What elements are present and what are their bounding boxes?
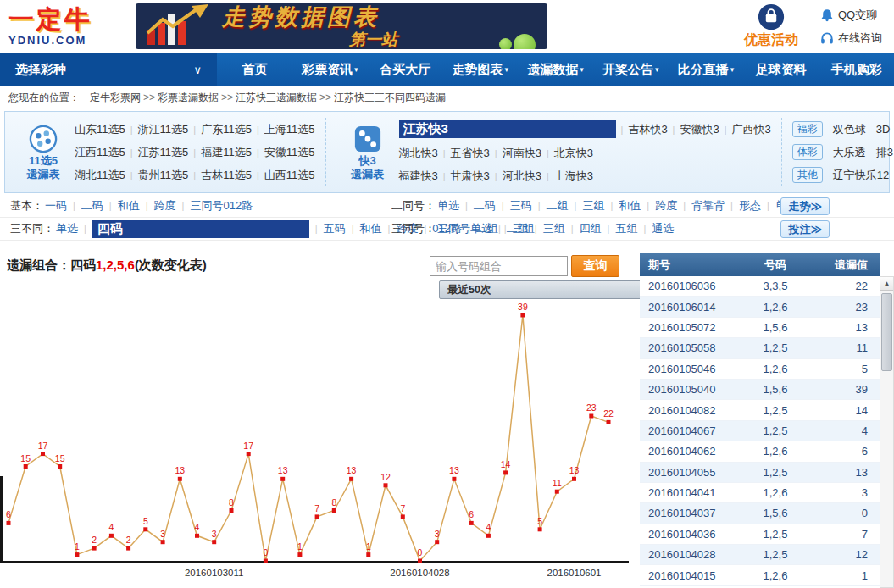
lottery-link-辽宁快乐12[interactable]: 辽宁快乐12 <box>833 168 889 183</box>
scroll-up-icon[interactable]: ▲ <box>880 277 893 291</box>
lottery-link-上海11选5[interactable]: 上海11选5 <box>264 122 315 137</box>
nav-item-走势图表[interactable]: 走势图表▾ <box>442 53 518 86</box>
filter-link-二组[interactable]: 二组 <box>547 198 569 214</box>
lottery-link-上海快3[interactable]: 上海快3 <box>554 169 593 184</box>
lottery-link-山东11选5[interactable]: 山东11选5 <box>75 122 125 137</box>
lottery-link-五省快3[interactable]: 五省快3 <box>451 146 490 161</box>
breadcrumb-link[interactable]: 江苏快三三不同四码遗漏 <box>334 92 446 103</box>
promo-label: 优惠活动 <box>744 31 798 49</box>
chart-arrow-icon <box>144 4 212 48</box>
nav-item-首页[interactable]: 首页 <box>217 53 292 86</box>
filter-link-单选[interactable]: 单选 <box>56 221 78 236</box>
lottery-link-吉林快3[interactable]: 吉林快3 <box>628 122 667 137</box>
nav-item-彩票资讯[interactable]: 彩票资讯▾ <box>292 53 368 86</box>
lottery-link-福建快3[interactable]: 福建快3 <box>399 169 438 184</box>
filter-link-四码[interactable]: 四码 <box>92 220 309 238</box>
filter-link-跨度[interactable]: 跨度 <box>154 198 176 214</box>
lottery-link-江苏11选5[interactable]: 江苏11选5 <box>138 145 189 160</box>
lottery-link-浙江11选5[interactable]: 浙江11选5 <box>138 122 189 137</box>
title-prefix: 遗漏组合：四码 <box>7 258 96 272</box>
filter-link-五组[interactable]: 五组 <box>615 221 637 236</box>
numbers-cell: 1,2,6 <box>735 363 816 375</box>
breadcrumb-link[interactable]: 彩票遗漏数据 <box>158 92 219 103</box>
basic-label: 基本： <box>10 198 43 214</box>
filter-link-跨度[interactable]: 跨度 <box>655 198 677 214</box>
online-service-link[interactable]: 在线咨询 <box>820 31 882 46</box>
logo[interactable]: 一定牛 YDNIU.COM <box>0 7 136 46</box>
filter-link-三组[interactable]: 三组 <box>543 221 565 236</box>
logo-domain: YDNIU.COM <box>8 35 136 46</box>
bet-button[interactable]: 投注≫ <box>780 220 830 238</box>
number-combo-input[interactable] <box>430 256 568 276</box>
filter-link-和值[interactable]: 和值 <box>118 198 140 214</box>
scroll-thumb[interactable] <box>881 293 892 371</box>
lottery-link-安徽11选5[interactable]: 安徽11选5 <box>264 145 315 160</box>
nav-item-开奖公告[interactable]: 开奖公告▾ <box>593 53 669 86</box>
filter-link-通选[interactable]: 通选 <box>652 221 674 236</box>
separator: | <box>193 125 196 135</box>
filter-link-二码[interactable]: 二码 <box>81 198 103 214</box>
filter-link-形态[interactable]: 形态 <box>739 198 761 214</box>
breadcrumb-link[interactable]: 江苏快三遗漏数据 <box>236 92 317 103</box>
omission-table: 期号号码遗漏值 201601060363,3,522201601060141,2… <box>640 241 894 588</box>
lottery-link-江西11选5[interactable]: 江西11选5 <box>75 145 125 160</box>
lottery-link-江苏快3[interactable]: 江苏快3 <box>399 120 616 138</box>
online-service-label: 在线咨询 <box>838 31 882 46</box>
chart-section: 遗漏组合：四码1,2,5,6(次数变化表) 查询 最近50次最近150次最近30… <box>0 241 640 588</box>
chevron-down-icon: ▾ <box>504 65 508 74</box>
filter-link-背靠背[interactable]: 背靠背 <box>691 198 725 214</box>
promo-banner[interactable]: 走势数据图表 第一站 <box>136 3 547 49</box>
lottery-link-河北快3[interactable]: 河北快3 <box>503 169 541 184</box>
promo-activity-link[interactable]: 优惠活动 <box>744 3 798 49</box>
lottery-link-北京快3[interactable]: 北京快3 <box>554 146 593 161</box>
filter-link-和值[interactable]: 和值 <box>619 198 641 214</box>
trend-button[interactable]: 走势≫ <box>780 197 830 215</box>
shopping-bag-icon <box>758 3 785 31</box>
svg-text:2016010601: 2016010601 <box>547 568 602 578</box>
nav-item-合买大厅[interactable]: 合买大厅 <box>368 53 443 86</box>
miss-cell: 6 <box>816 445 880 458</box>
lottery-link-湖北11选5[interactable]: 湖北11选5 <box>75 168 125 183</box>
filter-link-一码[interactable]: 一码 <box>45 198 67 214</box>
lottery-link-甘肃快3[interactable]: 甘肃快3 <box>451 169 490 184</box>
lottery-link-福建11选5[interactable]: 福建11选5 <box>201 145 252 160</box>
lottery-select[interactable]: 选择彩种 ∨ <box>0 53 217 86</box>
nav-item-足球资料[interactable]: 足球资料 <box>743 53 819 86</box>
lottery-link-大乐透[interactable]: 大乐透 <box>833 145 866 160</box>
filter-link-和值[interactable]: 和值 <box>360 221 382 236</box>
lottery-link-广西快3[interactable]: 广西快3 <box>732 122 771 137</box>
nav-item-遗漏数据[interactable]: 遗漏数据▾ <box>518 53 593 86</box>
lottery-link-河南快3[interactable]: 河南快3 <box>503 146 541 161</box>
breadcrumb-link[interactable]: 一定牛彩票网 <box>80 92 141 103</box>
filter-link-二码[interactable]: 二码 <box>474 198 496 214</box>
nav-item-手机购彩[interactable]: 手机购彩 <box>819 53 894 86</box>
query-button[interactable]: 查询 <box>571 255 619 277</box>
lottery-link-山西11选5[interactable]: 山西11选5 <box>264 168 315 183</box>
filter-link-二组[interactable]: 二组 <box>507 221 529 236</box>
svg-text:2: 2 <box>126 535 131 545</box>
lottery-link-吉林11选5[interactable]: 吉林11选5 <box>201 168 252 183</box>
qq-chat-link[interactable]: QQ交聊 <box>820 8 882 23</box>
svg-text:5: 5 <box>143 516 148 526</box>
filter-link-四组[interactable]: 四组 <box>580 221 602 236</box>
lottery-link-广东11选5[interactable]: 广东11选5 <box>201 122 252 137</box>
lottery-link-3D[interactable]: 3D <box>876 123 891 136</box>
lottery-link-湖北快3[interactable]: 湖北快3 <box>399 146 438 161</box>
separator: | <box>73 201 75 211</box>
filter-link-单选[interactable]: 单选 <box>437 198 459 214</box>
svg-text:23: 23 <box>586 402 597 413</box>
scrollbar[interactable]: ▲ <box>880 276 894 588</box>
filter-link-三组[interactable]: 三组 <box>582 198 604 214</box>
filter-link-三码[interactable]: 三码 <box>510 198 532 214</box>
lottery-link-安徽快3[interactable]: 安徽快3 <box>680 122 719 137</box>
lottery-link-双色球[interactable]: 双色球 <box>833 122 866 137</box>
filter-link-五码[interactable]: 五码 <box>324 221 346 236</box>
separator: | <box>130 170 133 180</box>
lottery-link-排3[interactable]: 排3 <box>876 145 893 160</box>
filter-link-三同号单选[interactable]: 三同号单选 <box>437 221 492 236</box>
separator: | <box>498 224 501 234</box>
contact-links: QQ交聊 在线咨询 <box>820 8 882 46</box>
nav-item-比分直播[interactable]: 比分直播▾ <box>669 53 744 86</box>
filter-link-三同号012路[interactable]: 三同号012路 <box>190 198 253 214</box>
lottery-link-贵州11选5[interactable]: 贵州11选5 <box>138 168 189 183</box>
